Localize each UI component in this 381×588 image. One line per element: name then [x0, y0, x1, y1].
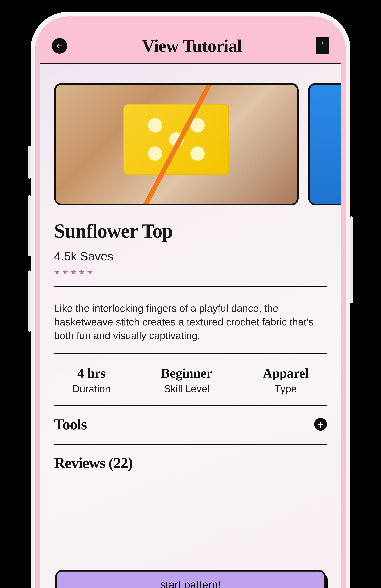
type-label: Type — [263, 383, 309, 395]
cta-label: start pattern! — [160, 578, 221, 588]
rating-stars: ★★★★★ — [40, 263, 341, 276]
screen: View Tutorial Sunfl — [35, 17, 346, 588]
type-value: Apparel — [263, 366, 309, 381]
meta-row: 4 hrs Duration Beginner Skill Level Appa… — [40, 354, 341, 395]
start-pattern-button[interactable]: start pattern! — [55, 570, 326, 588]
header-divider — [40, 63, 341, 64]
meta-duration: 4 hrs Duration — [72, 366, 110, 395]
phone-volume-down — [28, 271, 31, 332]
tutorial-image-2[interactable] — [308, 83, 341, 205]
star-icon: ★ — [62, 269, 71, 276]
duration-label: Duration — [72, 383, 110, 395]
bookmark-button[interactable] — [316, 37, 329, 54]
arrow-left-icon — [55, 42, 64, 50]
crochet-top-graphic — [124, 104, 229, 175]
cta-container: start pattern! — [55, 570, 326, 588]
star-icon: ★ — [54, 269, 62, 276]
expand-tools-button[interactable]: ＋ — [314, 418, 327, 431]
star-icon: ★ — [87, 269, 95, 276]
phone-side-button — [28, 146, 31, 179]
meta-type: Apparel Type — [263, 366, 309, 395]
back-button[interactable] — [52, 38, 67, 54]
skill-value: Beginner — [161, 366, 212, 381]
star-icon: ★ — [79, 269, 87, 276]
reviews-section-header[interactable]: Reviews (22) — [40, 445, 341, 472]
page-title: View Tutorial — [142, 36, 242, 56]
divider — [54, 444, 327, 445]
tutorial-description: Like the interlocking fingers of a playf… — [40, 287, 341, 342]
skill-label: Skill Level — [161, 383, 212, 395]
divider — [54, 405, 327, 406]
tools-section-header[interactable]: Tools ＋ — [40, 406, 341, 433]
plus-icon: ＋ — [315, 419, 326, 429]
bookmark-icon — [316, 37, 329, 54]
content-area[interactable]: Sunflower Top 4.5k Saves ★★★★★ Like the … — [40, 64, 341, 588]
meta-skill: Beginner Skill Level — [161, 366, 212, 395]
phone-power-button — [350, 216, 353, 303]
phone-frame: View Tutorial Sunfl — [31, 12, 350, 588]
star-icon: ★ — [71, 269, 79, 276]
duration-value: 4 hrs — [72, 366, 110, 381]
phone-volume-up — [28, 195, 31, 256]
image-carousel[interactable] — [40, 64, 341, 205]
tutorial-image-1[interactable] — [54, 83, 299, 205]
saves-count: 4.5k Saves — [40, 242, 341, 263]
tutorial-title: Sunflower Top — [54, 219, 327, 242]
tools-heading: Tools — [54, 416, 86, 433]
reviews-heading: Reviews (22) — [54, 454, 133, 472]
divider — [54, 286, 327, 287]
app-header: View Tutorial — [35, 17, 346, 61]
divider — [54, 353, 327, 354]
